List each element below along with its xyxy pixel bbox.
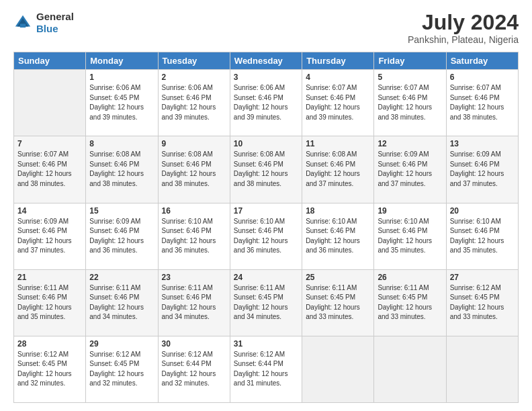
day-info: Sunrise: 6:11 AM Sunset: 6:46 PM Dayligh… xyxy=(89,283,154,322)
day-number: 21 xyxy=(17,273,82,282)
calendar-week-row: 7Sunrise: 6:07 AM Sunset: 6:46 PM Daylig… xyxy=(14,136,519,203)
day-info: Sunrise: 6:09 AM Sunset: 6:46 PM Dayligh… xyxy=(450,150,515,189)
day-number: 22 xyxy=(89,273,154,282)
day-number: 26 xyxy=(378,273,442,282)
calendar-day-cell: 16Sunrise: 6:10 AM Sunset: 6:46 PM Dayli… xyxy=(158,203,230,269)
day-info: Sunrise: 6:06 AM Sunset: 6:46 PM Dayligh… xyxy=(234,83,298,122)
day-number: 25 xyxy=(306,273,370,282)
day-info: Sunrise: 6:08 AM Sunset: 6:46 PM Dayligh… xyxy=(306,150,370,189)
day-number: 20 xyxy=(450,206,515,216)
day-number: 2 xyxy=(162,73,226,82)
calendar-week-row: 21Sunrise: 6:11 AM Sunset: 6:46 PM Dayli… xyxy=(14,269,519,336)
day-info: Sunrise: 6:11 AM Sunset: 6:46 PM Dayligh… xyxy=(162,283,226,322)
day-number: 6 xyxy=(450,73,515,82)
calendar-day-cell: 24Sunrise: 6:11 AM Sunset: 6:45 PM Dayli… xyxy=(230,269,302,336)
day-info: Sunrise: 6:10 AM Sunset: 6:46 PM Dayligh… xyxy=(234,217,298,256)
calendar-day-cell xyxy=(446,336,518,402)
day-info: Sunrise: 6:10 AM Sunset: 6:46 PM Dayligh… xyxy=(450,217,515,256)
day-number: 18 xyxy=(306,206,370,216)
calendar-day-cell: 14Sunrise: 6:09 AM Sunset: 6:46 PM Dayli… xyxy=(14,203,86,269)
calendar-header-row: SundayMondayTuesdayWednesdayThursdayFrid… xyxy=(14,52,519,70)
day-info: Sunrise: 6:08 AM Sunset: 6:46 PM Dayligh… xyxy=(162,150,226,189)
day-number: 12 xyxy=(378,139,442,148)
calendar-day-cell: 7Sunrise: 6:07 AM Sunset: 6:46 PM Daylig… xyxy=(14,136,86,203)
calendar-week-row: 14Sunrise: 6:09 AM Sunset: 6:46 PM Dayli… xyxy=(14,203,519,269)
svg-rect-2 xyxy=(20,24,26,28)
day-number: 23 xyxy=(162,273,226,282)
calendar-day-cell: 26Sunrise: 6:11 AM Sunset: 6:45 PM Dayli… xyxy=(374,269,446,336)
day-number: 29 xyxy=(89,339,154,349)
day-number: 16 xyxy=(162,206,226,216)
day-number: 19 xyxy=(378,206,442,216)
day-info: Sunrise: 6:07 AM Sunset: 6:46 PM Dayligh… xyxy=(378,83,442,122)
calendar-day-cell: 11Sunrise: 6:08 AM Sunset: 6:46 PM Dayli… xyxy=(302,136,374,203)
calendar-day-cell: 17Sunrise: 6:10 AM Sunset: 6:46 PM Dayli… xyxy=(230,203,302,269)
logo-text: General Blue xyxy=(36,11,74,35)
day-info: Sunrise: 6:12 AM Sunset: 6:44 PM Dayligh… xyxy=(162,350,226,389)
day-info: Sunrise: 6:07 AM Sunset: 6:46 PM Dayligh… xyxy=(17,150,82,189)
day-number: 1 xyxy=(89,73,154,82)
day-number: 17 xyxy=(234,206,298,216)
day-number: 30 xyxy=(162,339,226,349)
calendar-day-cell: 6Sunrise: 6:07 AM Sunset: 6:46 PM Daylig… xyxy=(446,70,518,136)
calendar-day-cell: 15Sunrise: 6:09 AM Sunset: 6:46 PM Dayli… xyxy=(86,203,158,269)
calendar-day-cell: 10Sunrise: 6:08 AM Sunset: 6:46 PM Dayli… xyxy=(230,136,302,203)
calendar-week-row: 1Sunrise: 6:06 AM Sunset: 6:45 PM Daylig… xyxy=(14,70,519,136)
day-info: Sunrise: 6:08 AM Sunset: 6:46 PM Dayligh… xyxy=(234,150,298,189)
calendar-day-cell: 28Sunrise: 6:12 AM Sunset: 6:45 PM Dayli… xyxy=(14,336,86,402)
day-info: Sunrise: 6:10 AM Sunset: 6:46 PM Dayligh… xyxy=(378,217,442,256)
calendar-day-cell: 9Sunrise: 6:08 AM Sunset: 6:46 PM Daylig… xyxy=(158,136,230,203)
calendar-day-cell: 13Sunrise: 6:09 AM Sunset: 6:46 PM Dayli… xyxy=(446,136,518,203)
day-info: Sunrise: 6:11 AM Sunset: 6:45 PM Dayligh… xyxy=(234,283,298,322)
calendar-day-cell: 31Sunrise: 6:12 AM Sunset: 6:44 PM Dayli… xyxy=(230,336,302,402)
day-info: Sunrise: 6:06 AM Sunset: 6:45 PM Dayligh… xyxy=(89,83,154,122)
calendar-header-cell: Saturday xyxy=(446,52,518,70)
day-info: Sunrise: 6:07 AM Sunset: 6:46 PM Dayligh… xyxy=(450,83,515,122)
calendar-header-cell: Tuesday xyxy=(158,52,230,70)
calendar-day-cell: 22Sunrise: 6:11 AM Sunset: 6:46 PM Dayli… xyxy=(86,269,158,336)
day-number: 13 xyxy=(450,139,515,148)
day-number: 4 xyxy=(306,73,370,82)
logo: General Blue xyxy=(13,11,74,35)
calendar-day-cell: 1Sunrise: 6:06 AM Sunset: 6:45 PM Daylig… xyxy=(86,70,158,136)
main-title: July 2024 xyxy=(408,11,519,34)
calendar-day-cell: 5Sunrise: 6:07 AM Sunset: 6:46 PM Daylig… xyxy=(374,70,446,136)
calendar-day-cell: 18Sunrise: 6:10 AM Sunset: 6:46 PM Dayli… xyxy=(302,203,374,269)
day-info: Sunrise: 6:11 AM Sunset: 6:45 PM Dayligh… xyxy=(378,283,442,322)
day-number: 8 xyxy=(89,139,154,148)
day-info: Sunrise: 6:08 AM Sunset: 6:46 PM Dayligh… xyxy=(89,150,154,189)
calendar-header-cell: Monday xyxy=(86,52,158,70)
page: General Blue July 2024 Pankshin, Plateau… xyxy=(0,0,532,411)
calendar-day-cell: 21Sunrise: 6:11 AM Sunset: 6:46 PM Dayli… xyxy=(14,269,86,336)
day-info: Sunrise: 6:09 AM Sunset: 6:46 PM Dayligh… xyxy=(17,217,82,256)
logo-icon xyxy=(13,13,32,32)
calendar-day-cell: 29Sunrise: 6:12 AM Sunset: 6:45 PM Dayli… xyxy=(86,336,158,402)
day-info: Sunrise: 6:12 AM Sunset: 6:45 PM Dayligh… xyxy=(17,350,82,389)
day-number: 27 xyxy=(450,273,515,282)
day-number: 28 xyxy=(17,339,82,349)
title-block: July 2024 Pankshin, Plateau, Nigeria xyxy=(408,11,519,45)
day-number: 15 xyxy=(89,206,154,216)
calendar-day-cell: 12Sunrise: 6:09 AM Sunset: 6:46 PM Dayli… xyxy=(374,136,446,203)
day-number: 14 xyxy=(17,206,82,216)
day-number: 5 xyxy=(378,73,442,82)
calendar-day-cell: 30Sunrise: 6:12 AM Sunset: 6:44 PM Dayli… xyxy=(158,336,230,402)
subtitle: Pankshin, Plateau, Nigeria xyxy=(408,34,519,45)
calendar-week-row: 28Sunrise: 6:12 AM Sunset: 6:45 PM Dayli… xyxy=(14,336,519,402)
day-info: Sunrise: 6:07 AM Sunset: 6:46 PM Dayligh… xyxy=(306,83,370,122)
day-number: 7 xyxy=(17,139,82,148)
day-info: Sunrise: 6:06 AM Sunset: 6:46 PM Dayligh… xyxy=(162,83,226,122)
calendar-day-cell: 23Sunrise: 6:11 AM Sunset: 6:46 PM Dayli… xyxy=(158,269,230,336)
calendar-day-cell: 25Sunrise: 6:11 AM Sunset: 6:45 PM Dayli… xyxy=(302,269,374,336)
calendar-day-cell xyxy=(302,336,374,402)
calendar-day-cell: 3Sunrise: 6:06 AM Sunset: 6:46 PM Daylig… xyxy=(230,70,302,136)
day-number: 3 xyxy=(234,73,298,82)
day-number: 9 xyxy=(162,139,226,148)
day-number: 10 xyxy=(234,139,298,148)
day-info: Sunrise: 6:12 AM Sunset: 6:44 PM Dayligh… xyxy=(234,350,298,389)
calendar-day-cell: 27Sunrise: 6:12 AM Sunset: 6:45 PM Dayli… xyxy=(446,269,518,336)
calendar-day-cell xyxy=(374,336,446,402)
calendar-day-cell xyxy=(14,70,86,136)
header: General Blue July 2024 Pankshin, Plateau… xyxy=(13,11,519,45)
calendar-table: SundayMondayTuesdayWednesdayThursdayFrid… xyxy=(13,52,519,403)
